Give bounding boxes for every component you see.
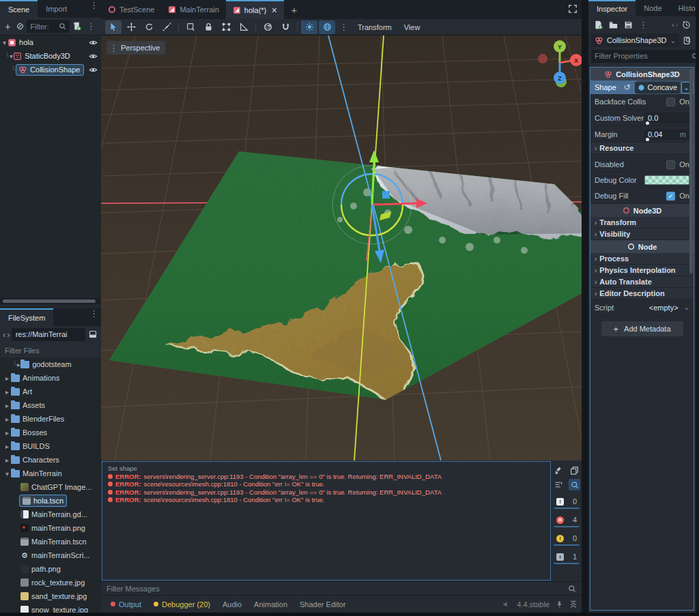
custom-solver-field[interactable]: 0.0	[644, 113, 689, 123]
list-select-button[interactable]	[182, 20, 199, 34]
scrollbar-handle[interactable]	[3, 299, 96, 303]
section-node3d[interactable]: Node3D	[590, 204, 694, 217]
toggle-errors-badge[interactable]: ✕ 4	[554, 514, 580, 527]
visibility-eye-icon[interactable]	[89, 51, 98, 61]
object-history-button[interactable]	[679, 18, 693, 31]
scene-tab-mainterrain[interactable]: MainTerrain	[161, 0, 225, 19]
tab-node[interactable]: Node	[636, 0, 670, 16]
lock-button[interactable]	[200, 20, 216, 34]
open-docs-button[interactable]	[681, 33, 693, 47]
subsection-process[interactable]: ›Process	[590, 253, 694, 265]
fs-item-file[interactable]: path.png	[0, 562, 101, 576]
expand-viewport-icon[interactable]	[568, 4, 577, 14]
fs-item-folder[interactable]: ▸BUILDS	[0, 439, 101, 453]
collapse-duplicates-button[interactable]	[553, 479, 565, 490]
group-button[interactable]	[218, 20, 234, 34]
collapse-icon[interactable]: ▾	[3, 39, 6, 46]
snap-button[interactable]	[277, 20, 294, 34]
expand-bottom-panel-icon[interactable]	[569, 600, 577, 608]
visibility-eye-icon[interactable]	[89, 38, 98, 47]
tab-filesystem[interactable]: FileSystem	[0, 308, 53, 326]
tab-history[interactable]: History	[670, 0, 699, 16]
viewport-options-menu-icon[interactable]: ⋮	[337, 22, 351, 32]
resource-menu-icon[interactable]: ⋮	[636, 20, 651, 30]
fs-item-file[interactable]: ChatGPT Image...	[0, 480, 101, 494]
mute-speaker-icon[interactable]	[502, 600, 511, 608]
pin-bottom-panel-icon[interactable]	[556, 600, 563, 608]
subsection-visibility[interactable]: ›Visibility	[590, 229, 694, 240]
scene-filter-input[interactable]	[30, 23, 59, 31]
scene-tab-testscene[interactable]: TestScene	[101, 0, 161, 19]
copy-output-button[interactable]	[569, 465, 580, 476]
attach-script-button[interactable]	[72, 20, 82, 33]
chevron-down-icon[interactable]: ⌄	[684, 304, 689, 311]
fs-item-folder[interactable]: ▸Assets	[0, 398, 101, 412]
history-back-icon[interactable]: ‹	[672, 21, 674, 29]
save-resource-button[interactable]	[621, 18, 635, 31]
fs-item-folder[interactable]: ▸Art	[0, 385, 101, 398]
fs-item-folder[interactable]: └▸godotsteam	[0, 357, 101, 371]
subsection-auto-translate[interactable]: ›Auto Translate	[590, 276, 694, 288]
3d-viewport[interactable]: Y X Z ⋮ Perspective	[101, 35, 582, 460]
view-menu[interactable]: View	[399, 23, 426, 31]
inspector-scrollbar[interactable]	[689, 69, 693, 274]
subsection-editor-description[interactable]: ›Editor Description	[590, 288, 694, 299]
path-breadcrumb[interactable]: res://MainTerrai	[12, 328, 85, 341]
subsection-physics-interpolation[interactable]: ›Physics Interpolation	[590, 265, 694, 276]
tree-row-collisionshape[interactable]: └ CollisionShape	[0, 63, 101, 76]
toggle-info-badge[interactable]: i 1	[554, 551, 580, 564]
output-messages[interactable]: Set shape ERROR:servers\rendering_server…	[102, 461, 551, 581]
fs-item-file[interactable]: mainTerrain.png	[0, 521, 101, 535]
section-node[interactable]: Node	[590, 240, 694, 253]
script-value[interactable]: <empty>	[649, 304, 679, 312]
clear-output-button[interactable]	[553, 465, 565, 476]
toggle-warnings-badge[interactable]: ! 0	[554, 532, 580, 546]
transform-menu[interactable]: Transform	[352, 23, 397, 31]
add-node-button[interactable]: +	[3, 20, 13, 33]
instance-scene-button[interactable]	[15, 20, 25, 33]
fs-item-folder[interactable]: ▸BlenderFiles	[0, 412, 101, 426]
bottom-tab-debugger[interactable]: Debugger (20)	[148, 596, 216, 613]
add-metadata-button[interactable]: + Add Metadata	[601, 321, 683, 336]
fs-item-folder[interactable]: ▾MainTerrain	[0, 467, 101, 480]
section-collisionshape3d[interactable]: CollisionShape3D	[590, 68, 694, 80]
fs-item-folder[interactable]: ▸Bosses	[0, 426, 101, 439]
history-forward-icon[interactable]: ›	[676, 21, 678, 29]
toggle-split-mode-button[interactable]	[87, 327, 98, 341]
scene-tab-hola[interactable]: hola(*) ✕	[226, 0, 285, 19]
show-search-button[interactable]	[569, 479, 580, 490]
rotate-tool-button[interactable]	[141, 20, 157, 34]
fs-item-file[interactable]: ⚙mainTerrainScri...	[0, 548, 101, 562]
tree-row-staticbody3d[interactable]: └ ▾ StaticBody3D	[0, 49, 101, 63]
new-resource-button[interactable]	[591, 18, 605, 31]
debug-color-swatch[interactable]	[644, 175, 689, 185]
fs-item-file[interactable]: sand_texture.jpg	[0, 589, 101, 603]
tab-import[interactable]: Import	[38, 0, 75, 18]
new-scene-tab-button[interactable]: +	[284, 0, 304, 19]
edited-object-selector[interactable]: CollisionShape3D ⌄	[591, 33, 679, 47]
fs-item-file-selected[interactable]: hola.tscn	[0, 494, 101, 508]
move-tool-button[interactable]	[123, 20, 139, 34]
toggle-all-messages-badge[interactable]: ! 0	[554, 495, 580, 509]
nav-back-icon[interactable]: ‹	[3, 329, 5, 340]
preview-environment-toggle[interactable]	[319, 20, 335, 34]
load-resource-button[interactable]	[606, 18, 620, 31]
perspective-menu-button[interactable]: ⋮ Perspective	[106, 41, 165, 55]
select-tool-button[interactable]	[105, 20, 122, 34]
preview-sunlight-toggle[interactable]	[301, 20, 317, 34]
scene-dock-menu-icon[interactable]: ⋮	[87, 0, 101, 18]
revert-icon[interactable]: ↺	[624, 83, 631, 92]
selected-node-box[interactable]: CollisionShape	[16, 64, 84, 76]
fs-item-file[interactable]: rock_texture.jpg	[0, 576, 101, 589]
filesystem-menu-icon[interactable]: ⋮	[87, 308, 101, 326]
margin-field[interactable]: 0.04m	[644, 129, 689, 140]
shape-resource-chip[interactable]: Concave	[635, 82, 680, 93]
ruler-button[interactable]	[236, 20, 252, 34]
scale-tool-button[interactable]	[158, 20, 175, 34]
nav-forward-icon[interactable]: ›	[7, 329, 10, 340]
tab-scene[interactable]: Scene	[0, 0, 38, 18]
disabled-checkbox[interactable]	[666, 160, 675, 169]
debug-fill-checkbox[interactable]: ✓	[666, 192, 675, 201]
fs-item-file[interactable]: MainTerrain.tscn	[0, 535, 101, 548]
scene-tree-hscrollbar[interactable]	[0, 298, 101, 304]
